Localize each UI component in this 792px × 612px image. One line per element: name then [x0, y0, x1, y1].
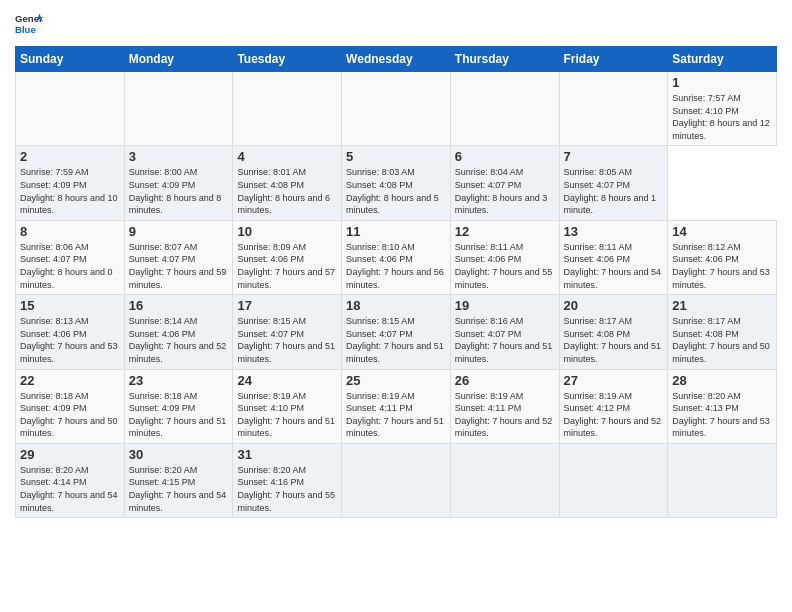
svg-text:Blue: Blue [15, 24, 36, 35]
calendar-cell: 8 Sunrise: 8:06 AMSunset: 4:07 PMDayligh… [16, 220, 125, 294]
day-info: Sunrise: 8:19 AMSunset: 4:11 PMDaylight:… [346, 391, 444, 439]
day-number: 20 [564, 298, 664, 313]
day-info: Sunrise: 8:20 AMSunset: 4:13 PMDaylight:… [672, 391, 770, 439]
col-wednesday: Wednesday [342, 47, 451, 72]
day-info: Sunrise: 8:16 AMSunset: 4:07 PMDaylight:… [455, 316, 553, 364]
day-info: Sunrise: 8:17 AMSunset: 4:08 PMDaylight:… [564, 316, 662, 364]
day-number: 29 [20, 447, 120, 462]
calendar-cell: 9 Sunrise: 8:07 AMSunset: 4:07 PMDayligh… [124, 220, 233, 294]
table-row: 1 Sunrise: 7:57 AMSunset: 4:10 PMDayligh… [16, 72, 777, 146]
day-number: 11 [346, 224, 446, 239]
day-info: Sunrise: 8:20 AMSunset: 4:15 PMDaylight:… [129, 465, 227, 513]
day-info: Sunrise: 8:13 AMSunset: 4:06 PMDaylight:… [20, 316, 118, 364]
day-info: Sunrise: 8:05 AMSunset: 4:07 PMDaylight:… [564, 167, 657, 215]
header: General Blue [15, 10, 777, 38]
calendar-cell: 5 Sunrise: 8:03 AMSunset: 4:08 PMDayligh… [342, 146, 451, 220]
calendar-cell: 22 Sunrise: 8:18 AMSunset: 4:09 PMDaylig… [16, 369, 125, 443]
day-number: 31 [237, 447, 337, 462]
calendar-cell: 21 Sunrise: 8:17 AMSunset: 4:08 PMDaylig… [668, 295, 777, 369]
calendar-cell: 29 Sunrise: 8:20 AMSunset: 4:14 PMDaylig… [16, 443, 125, 517]
day-number: 1 [672, 75, 772, 90]
calendar-cell: 13 Sunrise: 8:11 AMSunset: 4:06 PMDaylig… [559, 220, 668, 294]
day-info: Sunrise: 8:00 AMSunset: 4:09 PMDaylight:… [129, 167, 222, 215]
day-info: Sunrise: 8:11 AMSunset: 4:06 PMDaylight:… [564, 242, 662, 290]
day-number: 12 [455, 224, 555, 239]
calendar-cell: 7 Sunrise: 8:05 AMSunset: 4:07 PMDayligh… [559, 146, 668, 220]
table-row: 8 Sunrise: 8:06 AMSunset: 4:07 PMDayligh… [16, 220, 777, 294]
calendar-cell: 19 Sunrise: 8:16 AMSunset: 4:07 PMDaylig… [450, 295, 559, 369]
day-number: 30 [129, 447, 229, 462]
day-number: 5 [346, 149, 446, 164]
day-info: Sunrise: 8:12 AMSunset: 4:06 PMDaylight:… [672, 242, 770, 290]
day-number: 28 [672, 373, 772, 388]
day-info: Sunrise: 8:20 AMSunset: 4:14 PMDaylight:… [20, 465, 118, 513]
day-info: Sunrise: 8:20 AMSunset: 4:16 PMDaylight:… [237, 465, 335, 513]
calendar-cell [342, 72, 451, 146]
day-number: 14 [672, 224, 772, 239]
calendar-cell: 16 Sunrise: 8:14 AMSunset: 4:06 PMDaylig… [124, 295, 233, 369]
calendar-table: Sunday Monday Tuesday Wednesday Thursday… [15, 46, 777, 518]
day-number: 3 [129, 149, 229, 164]
day-info: Sunrise: 7:59 AMSunset: 4:09 PMDaylight:… [20, 167, 118, 215]
day-number: 16 [129, 298, 229, 313]
col-monday: Monday [124, 47, 233, 72]
day-info: Sunrise: 8:17 AMSunset: 4:08 PMDaylight:… [672, 316, 770, 364]
day-number: 18 [346, 298, 446, 313]
day-info: Sunrise: 8:04 AMSunset: 4:07 PMDaylight:… [455, 167, 548, 215]
day-info: Sunrise: 8:10 AMSunset: 4:06 PMDaylight:… [346, 242, 444, 290]
day-number: 22 [20, 373, 120, 388]
day-number: 25 [346, 373, 446, 388]
col-thursday: Thursday [450, 47, 559, 72]
calendar-cell [342, 443, 451, 517]
col-friday: Friday [559, 47, 668, 72]
day-info: Sunrise: 8:09 AMSunset: 4:06 PMDaylight:… [237, 242, 335, 290]
day-info: Sunrise: 8:15 AMSunset: 4:07 PMDaylight:… [346, 316, 444, 364]
logo-icon: General Blue [15, 10, 43, 38]
calendar-cell: 4 Sunrise: 8:01 AMSunset: 4:08 PMDayligh… [233, 146, 342, 220]
calendar-cell: 30 Sunrise: 8:20 AMSunset: 4:15 PMDaylig… [124, 443, 233, 517]
calendar-cell [16, 72, 125, 146]
calendar-cell: 25 Sunrise: 8:19 AMSunset: 4:11 PMDaylig… [342, 369, 451, 443]
day-number: 6 [455, 149, 555, 164]
calendar-cell [559, 443, 668, 517]
day-number: 17 [237, 298, 337, 313]
day-number: 8 [20, 224, 120, 239]
calendar-cell: 20 Sunrise: 8:17 AMSunset: 4:08 PMDaylig… [559, 295, 668, 369]
col-tuesday: Tuesday [233, 47, 342, 72]
table-row: 22 Sunrise: 8:18 AMSunset: 4:09 PMDaylig… [16, 369, 777, 443]
day-number: 15 [20, 298, 120, 313]
calendar-cell: 27 Sunrise: 8:19 AMSunset: 4:12 PMDaylig… [559, 369, 668, 443]
day-number: 19 [455, 298, 555, 313]
calendar-cell: 11 Sunrise: 8:10 AMSunset: 4:06 PMDaylig… [342, 220, 451, 294]
col-saturday: Saturday [668, 47, 777, 72]
day-info: Sunrise: 8:01 AMSunset: 4:08 PMDaylight:… [237, 167, 330, 215]
day-info: Sunrise: 8:18 AMSunset: 4:09 PMDaylight:… [20, 391, 118, 439]
day-info: Sunrise: 8:18 AMSunset: 4:09 PMDaylight:… [129, 391, 227, 439]
calendar-cell: 10 Sunrise: 8:09 AMSunset: 4:06 PMDaylig… [233, 220, 342, 294]
calendar-cell: 28 Sunrise: 8:20 AMSunset: 4:13 PMDaylig… [668, 369, 777, 443]
calendar-cell: 26 Sunrise: 8:19 AMSunset: 4:11 PMDaylig… [450, 369, 559, 443]
calendar-cell: 31 Sunrise: 8:20 AMSunset: 4:16 PMDaylig… [233, 443, 342, 517]
day-number: 4 [237, 149, 337, 164]
day-number: 21 [672, 298, 772, 313]
day-number: 26 [455, 373, 555, 388]
day-number: 24 [237, 373, 337, 388]
calendar-cell [450, 72, 559, 146]
day-number: 2 [20, 149, 120, 164]
calendar-cell: 24 Sunrise: 8:19 AMSunset: 4:10 PMDaylig… [233, 369, 342, 443]
calendar-cell: 6 Sunrise: 8:04 AMSunset: 4:07 PMDayligh… [450, 146, 559, 220]
day-info: Sunrise: 7:57 AMSunset: 4:10 PMDaylight:… [672, 93, 770, 141]
day-number: 9 [129, 224, 229, 239]
day-number: 10 [237, 224, 337, 239]
header-row: Sunday Monday Tuesday Wednesday Thursday… [16, 47, 777, 72]
calendar-cell: 2 Sunrise: 7:59 AMSunset: 4:09 PMDayligh… [16, 146, 125, 220]
logo: General Blue [15, 10, 43, 38]
calendar-cell [233, 72, 342, 146]
day-number: 7 [564, 149, 664, 164]
day-number: 27 [564, 373, 664, 388]
day-info: Sunrise: 8:15 AMSunset: 4:07 PMDaylight:… [237, 316, 335, 364]
calendar-cell: 1 Sunrise: 7:57 AMSunset: 4:10 PMDayligh… [668, 72, 777, 146]
day-info: Sunrise: 8:19 AMSunset: 4:10 PMDaylight:… [237, 391, 335, 439]
day-info: Sunrise: 8:07 AMSunset: 4:07 PMDaylight:… [129, 242, 227, 290]
calendar-cell: 3 Sunrise: 8:00 AMSunset: 4:09 PMDayligh… [124, 146, 233, 220]
